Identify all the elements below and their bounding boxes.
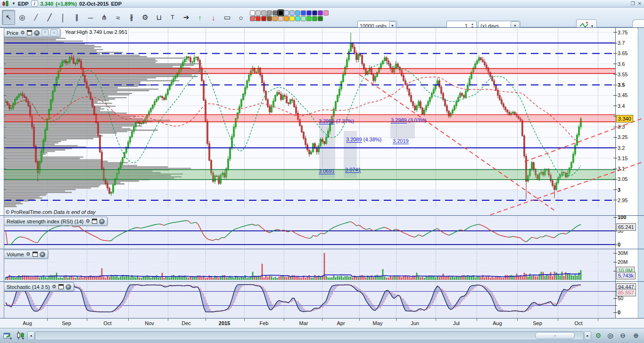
price-annotation: 3.2019 xyxy=(393,138,409,144)
color-swatch[interactable] xyxy=(301,16,306,21)
color-palette xyxy=(250,10,329,21)
spinner-up-icon[interactable]: ▲ xyxy=(470,23,475,26)
price-axis-tick: 3.4 xyxy=(618,103,625,109)
pane-close-icon[interactable]: ✕ xyxy=(99,219,105,224)
pane-close-icon[interactable]: ✕ xyxy=(40,252,45,257)
pointer-tool[interactable]: ↖ xyxy=(2,10,15,25)
move-pane-down-icon[interactable]: ▼ xyxy=(41,29,49,36)
parallel-lines-tool[interactable]: ∦ xyxy=(125,10,138,25)
month-label: Jul xyxy=(453,320,460,326)
pane-close-icon[interactable]: ✕ xyxy=(66,284,71,290)
color-swatch[interactable] xyxy=(289,16,295,21)
tool-buttons: ↖◎╱╱│∥─⋔≈∦⚙⊔T➔↑↓▭○△% xyxy=(2,10,275,25)
info-icon[interactable]: i xyxy=(31,0,38,7)
color-swatch[interactable] xyxy=(312,10,317,16)
zigzag-tool-icon: ≈ xyxy=(116,14,120,22)
pane-window-icon[interactable] xyxy=(27,30,32,35)
fit-zoom-button[interactable]: ◎↕ xyxy=(605,330,616,341)
color-swatch[interactable] xyxy=(278,10,283,16)
zoom-out-button[interactable]: ⊖ xyxy=(618,330,628,341)
annotation-percent: (4.38%) xyxy=(362,137,382,142)
zigzag-tool[interactable]: ≈ xyxy=(111,10,124,25)
scroll-left-button[interactable]: ◂ xyxy=(27,331,34,340)
color-swatch[interactable] xyxy=(284,16,289,21)
symbol-name: EDP xyxy=(111,1,122,7)
scroll-right-button[interactable]: ▸ xyxy=(584,331,591,340)
chart-region: Price ⚙ ✕ ▼ ▲ Year:High 3.749 Low 2.951 … xyxy=(0,27,644,327)
segment-tool[interactable]: ╱ xyxy=(29,10,42,25)
color-swatch[interactable] xyxy=(267,16,272,21)
chart-canvas[interactable] xyxy=(0,27,644,327)
color-swatch[interactable] xyxy=(256,16,261,21)
color-swatch[interactable] xyxy=(267,10,272,16)
scrollbar-thumb[interactable]: ≡ xyxy=(535,332,575,339)
color-swatch[interactable] xyxy=(312,16,317,21)
pane-settings-icon[interactable]: ⚙ xyxy=(52,284,57,289)
color-swatch[interactable] xyxy=(295,10,300,16)
annotation-value: 3.0741 xyxy=(345,167,361,173)
color-swatch[interactable] xyxy=(272,16,278,21)
pane-window-icon[interactable] xyxy=(33,252,38,257)
pane-settings-icon[interactable]: ⚙ xyxy=(20,30,25,35)
export-button[interactable]: ▼ xyxy=(3,330,13,341)
restore-window-icon[interactable]: ❐ xyxy=(631,1,635,6)
color-swatch[interactable] xyxy=(318,10,323,16)
chart-scrollbar[interactable]: ≡ xyxy=(35,331,584,340)
proRealTime-window: ▼ EDP i 3.340 (+1.89%) 02-Oct-2015 EDP ❐… xyxy=(0,0,644,343)
chart-menu-caret-icon[interactable]: ▼ xyxy=(12,1,16,6)
trendline-tool[interactable]: ╱ xyxy=(43,10,56,25)
color-swatch[interactable] xyxy=(301,10,306,16)
pane-close-icon[interactable]: ✕ xyxy=(34,30,40,36)
candle-period-button[interactable]: ▼ xyxy=(15,330,25,341)
rectangle-tool[interactable]: ▭ xyxy=(221,10,234,25)
fan-lines-tool[interactable]: ⋔ xyxy=(98,10,111,25)
price-annotation: 3.2953 (7.37%) xyxy=(319,118,354,124)
symbol-label: EDP xyxy=(18,1,29,7)
month-label: Sep xyxy=(62,320,71,326)
price-axis-tick: 3.15 xyxy=(618,155,627,161)
color-swatch[interactable] xyxy=(278,16,283,21)
arrow-tool[interactable]: ➔ xyxy=(180,10,193,25)
color-swatch[interactable] xyxy=(318,16,323,21)
arrow-down-tool[interactable]: ↓ xyxy=(207,10,220,25)
zoom-in-button[interactable]: ⊕ xyxy=(631,330,641,341)
arrow-down-tool-icon: ↓ xyxy=(212,14,215,22)
pane-settings-icon[interactable]: ⚙ xyxy=(85,219,90,224)
color-swatch[interactable] xyxy=(250,10,255,16)
annotation-value: 3.2019 xyxy=(393,138,409,144)
color-swatch[interactable] xyxy=(295,16,300,21)
color-swatch[interactable] xyxy=(261,10,266,16)
close-window-icon[interactable]: ✕ xyxy=(638,1,642,6)
price-axis-tick: 3.75 xyxy=(618,30,627,35)
ellipse-tool[interactable]: ○ xyxy=(234,10,248,25)
color-swatch[interactable] xyxy=(256,10,261,16)
drawing-toolbar: ↖◎╱╱│∥─⋔≈∦⚙⊔T➔↑↓▭○△% 10000 units ▼ 1 ▲▼ … xyxy=(0,8,644,27)
vertical-line-tool-icon: │ xyxy=(61,14,65,22)
pane-settings-icon[interactable]: ⚙ xyxy=(26,252,31,257)
price-axis-tick: 3.1 xyxy=(618,166,625,172)
color-swatch[interactable] xyxy=(323,10,329,16)
color-swatch[interactable] xyxy=(306,16,312,21)
vertical-line-tool[interactable]: │ xyxy=(57,10,70,25)
chart-settings-button[interactable]: ⚙ xyxy=(593,330,603,341)
zoom-tool[interactable]: ◎ xyxy=(16,10,29,25)
channel-tool[interactable]: ∥ xyxy=(70,10,83,25)
export-caret-icon[interactable]: ▼ xyxy=(9,337,12,340)
trash-tool[interactable]: ⊔ xyxy=(152,10,165,25)
color-swatch[interactable] xyxy=(272,10,278,16)
settings-tool[interactable]: ⚙ xyxy=(139,10,152,25)
horizontal-line-tool[interactable]: ─ xyxy=(84,10,97,25)
color-swatch[interactable] xyxy=(261,16,266,21)
color-swatch[interactable] xyxy=(289,10,295,16)
pane-window-icon[interactable] xyxy=(58,284,64,289)
month-label: Sep xyxy=(533,320,542,326)
color-swatch[interactable] xyxy=(284,10,289,16)
color-swatch[interactable] xyxy=(306,10,312,16)
arrow-up-tool[interactable]: ↑ xyxy=(193,10,206,25)
color-swatch[interactable] xyxy=(250,16,255,21)
text-tool[interactable]: T xyxy=(166,10,179,25)
candle-period-caret-icon[interactable]: ▼ xyxy=(22,337,25,340)
pane-window-icon[interactable] xyxy=(92,219,97,224)
zoom-in-icon: ⊕ xyxy=(633,332,639,339)
move-pane-up-icon[interactable]: ▲ xyxy=(50,29,58,36)
